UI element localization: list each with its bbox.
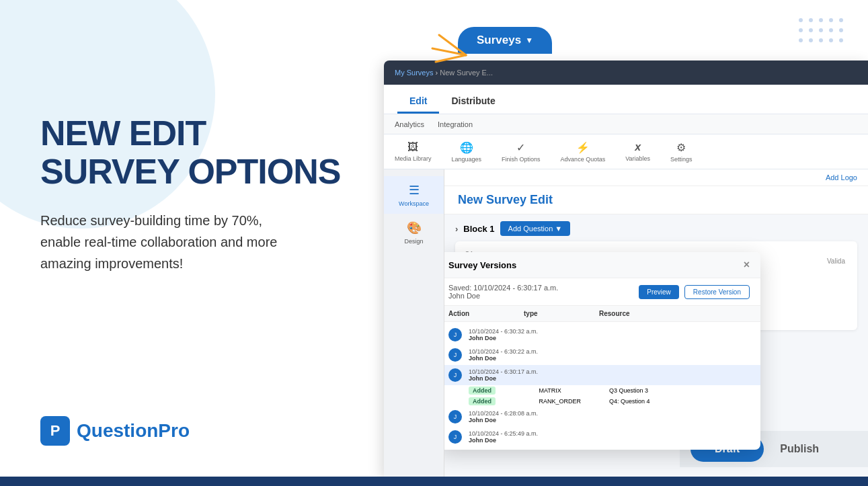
heading-line1: NEW EDIT <box>40 114 417 153</box>
media-library-label: Media Library <box>395 155 432 162</box>
preview-button[interactable]: Preview <box>639 285 679 299</box>
version-date-5: 10/10/2024 - 6:25:49 a.m. <box>469 430 750 437</box>
restore-button[interactable]: Restore Version <box>684 285 750 299</box>
advance-quotas-icon: ⚡ <box>576 141 590 154</box>
modal-subheader: Saved: 10/10/2024 - 6:30:17 a.m. John Do… <box>444 278 760 306</box>
version-entry-5[interactable]: J 10/10/2024 - 6:25:49 a.m. John Doe <box>444 427 760 447</box>
edit-distribute-bar: Edit Distribute <box>384 85 868 114</box>
sidebar-design[interactable]: 🎨 Design <box>384 214 444 251</box>
languages-label: Languages <box>452 156 482 163</box>
survey-title-area: New Survey Edit <box>444 186 868 214</box>
version-date-2: 10/10/2024 - 6:30:22 a.m. <box>469 348 750 355</box>
version-info-3: 10/10/2024 - 6:30:17 a.m. John Doe <box>469 368 750 382</box>
version-info-5: 10/10/2024 - 6:25:49 a.m. John Doe <box>469 430 750 444</box>
version-row-detail-2: Added RANK_ORDER Q4: Question 4 <box>444 396 760 407</box>
avatar-4: J <box>448 410 462 423</box>
sub-text: Reduce survey-building time by 70%, enab… <box>40 210 417 274</box>
avatar-1: J <box>448 328 462 341</box>
logo-area: P QuestionPro <box>40 416 190 446</box>
survey-title: New Survey Edit <box>458 193 855 207</box>
finish-options-icon: ✓ <box>516 141 525 154</box>
tab-edit[interactable]: Edit <box>397 90 439 114</box>
version-row-detail-1: Added MATRIX Q3 Question 3 <box>444 385 760 396</box>
workspace-icon: ☰ <box>409 183 420 198</box>
avatar-5: J <box>448 430 462 444</box>
logo-text: QuestionPro <box>77 420 190 442</box>
version-entry-3[interactable]: J 10/10/2024 - 6:30:17 a.m. John Doe <box>444 365 760 385</box>
version-entry-4[interactable]: J 10/10/2024 - 6:28:08 a.m. John Doe <box>444 407 760 427</box>
left-sidebar: ☰ Workspace 🎨 Design <box>384 169 444 477</box>
version-info-4: 10/10/2024 - 6:28:08 a.m. John Doe <box>469 410 750 423</box>
version-info-1: 10/10/2024 - 6:30:32 a.m. John Doe <box>469 328 750 341</box>
version-name-3: John Doe <box>469 375 750 382</box>
avatar-3: J <box>448 368 462 382</box>
toolbar-languages[interactable]: 🌐 Languages <box>452 141 482 163</box>
version-name-2: John Doe <box>469 355 750 362</box>
variables-label: Variables <box>625 155 650 162</box>
col-resource: Resource <box>599 310 750 317</box>
col-type: type <box>524 310 599 317</box>
avatar-2: J <box>448 348 462 362</box>
version-info-2: 10/10/2024 - 6:30:22 a.m. John Doe <box>469 348 750 362</box>
nav-analytics[interactable]: Analytics <box>395 120 424 128</box>
add-logo-bar[interactable]: Add Logo <box>444 169 868 186</box>
left-content: NEW EDIT SURVEY OPTIONS Reduce survey-bu… <box>40 114 417 274</box>
row-type-2: RANK_ORDER <box>539 398 610 405</box>
logo-part1: Question <box>77 420 158 441</box>
surveys-tab-label: Surveys <box>477 34 521 47</box>
toolbar-finish-options[interactable]: ✓ Finish Options <box>502 141 541 163</box>
saved-label: Saved: 10/10/2024 - 6:30:17 a.m. <box>448 284 558 292</box>
languages-icon: 🌐 <box>460 141 473 154</box>
toolbar-settings[interactable]: ⚙ Settings <box>670 141 693 163</box>
row-resource-2: Q4: Question 4 <box>609 398 750 405</box>
heading-line2: SURVEY OPTIONS <box>40 153 417 191</box>
version-entry-2[interactable]: J 10/10/2024 - 6:30:22 a.m. John Doe <box>444 345 760 365</box>
logo-part2: Pro <box>158 420 190 441</box>
publish-button[interactable]: Publish <box>769 436 830 462</box>
modal-actions: Preview Restore Version <box>639 285 750 299</box>
badge-added-2: Added <box>469 398 539 405</box>
valida-label: Valida <box>827 257 845 265</box>
toolbar-variables[interactable]: x Variables <box>625 141 650 162</box>
version-date-3: 10/10/2024 - 6:30:17 a.m. <box>469 368 750 375</box>
table-header: Action type Resource <box>444 306 760 322</box>
logo-icon: P <box>40 416 70 446</box>
badge-added-1: Added <box>469 387 539 394</box>
block-label: Block 1 <box>463 224 494 234</box>
settings-label: Settings <box>670 156 693 163</box>
surveys-tab-chevron: ▼ <box>525 36 533 45</box>
modal-close-button[interactable]: × <box>744 259 750 271</box>
version-name-4: John Doe <box>469 417 750 423</box>
design-label: Design <box>404 238 423 245</box>
tab-distribute[interactable]: Distribute <box>439 90 507 114</box>
rays-decoration <box>426 15 479 71</box>
col-action: Action <box>448 310 524 317</box>
secondary-nav: Analytics Integration <box>384 114 868 134</box>
sidebar-workspace[interactable]: ☰ Workspace <box>384 176 444 214</box>
toolbar-row: 🖼 Media Library 🌐 Languages ✓ Finish Opt… <box>384 134 868 169</box>
bottom-bar <box>0 477 868 486</box>
version-date-4: 10/10/2024 - 6:28:08 a.m. <box>469 410 750 417</box>
row-resource-1: Q3 Question 3 <box>609 387 750 394</box>
nav-integration[interactable]: Integration <box>438 120 473 128</box>
variables-icon: x <box>635 141 641 153</box>
toolbar-media-library[interactable]: 🖼 Media Library <box>395 141 432 162</box>
versions-modal: Survey Versions × Saved: 10/10/2024 - 6:… <box>444 252 760 450</box>
block-chevron: › <box>455 224 458 234</box>
finish-options-label: Finish Options <box>502 156 541 163</box>
version-list: J 10/10/2024 - 6:30:32 a.m. John Doe J 1… <box>444 322 760 450</box>
version-entry-1[interactable]: J 10/10/2024 - 6:30:32 a.m. John Doe <box>444 325 760 345</box>
row-type-1: MATRIX <box>539 387 610 394</box>
svg-line-17 <box>436 55 466 62</box>
block-header: › Block 1 Add Question ▼ <box>455 221 857 236</box>
media-library-icon: 🖼 <box>407 141 418 153</box>
add-question-button[interactable]: Add Question ▼ <box>500 221 571 236</box>
design-icon: 🎨 <box>407 220 422 235</box>
advance-quotas-label: Advance Quotas <box>561 156 606 163</box>
main-heading: NEW EDIT SURVEY OPTIONS <box>40 114 417 191</box>
right-mockup: Surveys ▼ My Surveys › New Survey E... E… <box>384 0 868 486</box>
settings-icon: ⚙ <box>676 141 686 154</box>
modal-title: Survey Versions <box>448 260 516 270</box>
toolbar-advance-quotas[interactable]: ⚡ Advance Quotas <box>561 141 606 163</box>
saved-user: John Doe <box>448 292 558 300</box>
